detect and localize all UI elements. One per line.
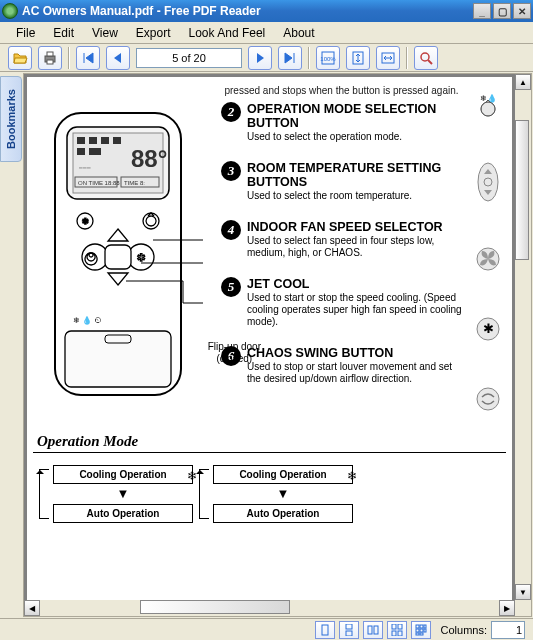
facing-cont-icon <box>391 624 403 636</box>
feature-title: INDOOR FAN SPEED SELECTOR <box>247 220 462 234</box>
svg-text:❄💧: ❄💧 <box>480 93 497 103</box>
last-page-button[interactable] <box>278 46 302 70</box>
view-facing-button[interactable] <box>363 621 383 639</box>
svg-text:✱: ✱ <box>483 321 494 336</box>
flow-column: Cooling Operation ❄ ▼ Auto Operation <box>213 465 353 523</box>
last-page-icon <box>283 51 297 65</box>
flip-door-caption: Flip-up door(closed) <box>208 341 261 365</box>
flow-column: Cooling Operation ❄ ▼ Auto Operation <box>53 465 193 523</box>
horizontal-scrollbar[interactable]: ◀ ▶ <box>24 600 515 616</box>
arrow-down-icon: ▼ <box>277 490 290 498</box>
flow-box: Cooling Operation <box>53 465 193 484</box>
svg-point-47 <box>478 163 498 201</box>
printer-icon <box>42 50 58 66</box>
bookmarks-tab[interactable]: Bookmarks <box>0 76 22 162</box>
bookmarks-label: Bookmarks <box>5 89 17 149</box>
mode-mini-icon: ❄💧 <box>475 91 501 119</box>
menu-export[interactable]: Export <box>128 24 179 42</box>
svg-text:ON TIME 18:88: ON TIME 18:88 <box>78 180 120 186</box>
view-facing-cont-button[interactable] <box>387 621 407 639</box>
feature-number: 5 <box>221 277 241 297</box>
toolbar: 100% <box>0 44 533 72</box>
print-button[interactable] <box>38 46 62 70</box>
svg-rect-54 <box>346 624 352 629</box>
document-viewport: 88° ⎯⎯⎯ ON TIME 18:88 TIME 8: ✱ <box>23 73 532 617</box>
svg-rect-63 <box>420 625 423 628</box>
feature-desc: Used to stop or start louver movement an… <box>247 361 462 385</box>
fan-mini-icon <box>475 245 501 273</box>
menu-about[interactable]: About <box>275 24 322 42</box>
scroll-track[interactable] <box>515 90 531 584</box>
svg-text:88°: 88° <box>131 145 167 172</box>
first-page-button[interactable] <box>76 46 100 70</box>
scroll-thumb[interactable] <box>140 600 290 614</box>
next-page-icon <box>253 51 267 65</box>
close-button[interactable]: ✕ <box>513 3 531 19</box>
columns-input[interactable] <box>491 621 525 639</box>
menu-edit[interactable]: Edit <box>45 24 82 42</box>
svg-rect-67 <box>424 629 426 632</box>
svg-rect-12 <box>77 137 85 144</box>
folder-open-icon <box>12 50 28 66</box>
pdf-page: 88° ⎯⎯⎯ ON TIME 18:88 TIME 8: ✱ <box>27 77 512 600</box>
title-bar: AC Owners Manual.pdf - Free PDF Reader _… <box>0 0 533 22</box>
maximize-button[interactable]: ▢ <box>493 3 511 19</box>
svg-rect-60 <box>392 631 396 636</box>
minimize-button[interactable]: _ <box>473 3 491 19</box>
vertical-scrollbar[interactable]: ▲ ▼ <box>515 74 531 600</box>
view-single-button[interactable] <box>315 621 335 639</box>
viewport-inner[interactable]: 88° ⎯⎯⎯ ON TIME 18:88 TIME 8: ✱ <box>24 74 515 600</box>
view-continuous-button[interactable] <box>339 621 359 639</box>
menu-file[interactable]: File <box>8 24 43 42</box>
feature-title: ROOM TEMPERATURE SETTING BUTTONS <box>247 161 462 189</box>
feature-number: 2 <box>221 102 241 122</box>
flow-bracket-icon <box>39 469 49 519</box>
svg-rect-62 <box>416 625 419 628</box>
operation-mode-flow: Cooling Operation ❄ ▼ Auto Operation Coo… <box>53 465 506 523</box>
flow-box: Auto Operation <box>213 504 353 523</box>
window-title: AC Owners Manual.pdf - Free PDF Reader <box>22 4 473 18</box>
feature-item: 5 JET COOL Used to start or stop the spe… <box>221 277 462 328</box>
fit-width-button[interactable] <box>376 46 400 70</box>
svg-line-8 <box>428 60 432 64</box>
scroll-down-button[interactable]: ▼ <box>515 584 531 600</box>
svg-rect-64 <box>424 625 426 628</box>
scroll-track[interactable] <box>40 600 499 616</box>
scroll-left-button[interactable]: ◀ <box>24 600 40 616</box>
feature-title: JET COOL <box>247 277 462 291</box>
svg-text:✱: ✱ <box>82 217 89 226</box>
scroll-thumb[interactable] <box>515 120 529 260</box>
view-grid-button[interactable] <box>411 621 431 639</box>
feature-item: 4 INDOOR FAN SPEED SELECTOR Used to sele… <box>221 220 462 259</box>
svg-text:TIME 8:: TIME 8: <box>124 180 145 186</box>
fit-height-button[interactable] <box>346 46 370 70</box>
scroll-right-button[interactable]: ▶ <box>499 600 515 616</box>
menu-look-and-feel[interactable]: Look And Feel <box>181 24 274 42</box>
page-number-input[interactable] <box>136 48 242 68</box>
section-rule <box>33 452 506 453</box>
menu-view[interactable]: View <box>84 24 126 42</box>
search-button[interactable] <box>414 46 438 70</box>
fit-width-icon <box>380 50 396 66</box>
feature-desc: Used to select the operation mode. <box>247 131 462 143</box>
svg-rect-66 <box>420 629 423 632</box>
actual-size-button[interactable]: 100% <box>316 46 340 70</box>
jetcool-mini-icon: ✱ <box>475 315 501 343</box>
svg-rect-14 <box>101 137 109 144</box>
arrow-down-icon: ▼ <box>117 490 130 498</box>
svg-rect-13 <box>89 137 97 144</box>
feature-title: OPERATION MODE SELECTION BUTTON <box>247 102 462 130</box>
prev-page-button[interactable] <box>106 46 130 70</box>
flow-box: Cooling Operation <box>213 465 353 484</box>
next-page-button[interactable] <box>248 46 272 70</box>
svg-rect-30 <box>105 245 131 269</box>
feature-item: 3 ROOM TEMPERATURE SETTING BUTTONS Used … <box>221 161 462 202</box>
svg-rect-56 <box>368 626 372 634</box>
svg-rect-68 <box>416 633 419 635</box>
section-heading: Operation Mode <box>37 433 506 450</box>
svg-rect-32 <box>65 331 171 387</box>
scroll-up-button[interactable]: ▲ <box>515 74 531 90</box>
toolbar-separator <box>68 47 70 69</box>
open-button[interactable] <box>8 46 32 70</box>
mini-icon-column: ❄💧 ✱ <box>470 85 506 413</box>
